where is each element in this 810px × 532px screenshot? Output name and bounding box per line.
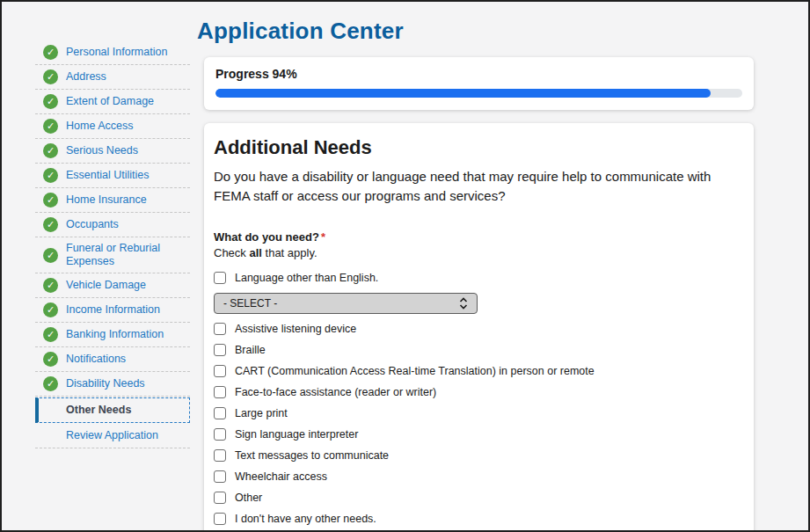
sidebar-item[interactable]: ✓Vehicle Damage [35, 273, 190, 298]
checkbox-row[interactable]: I don't have any other needs. [214, 513, 738, 526]
checkbox-label: Language other than English. [235, 272, 378, 285]
progress-card: Progress 94% [204, 57, 754, 110]
checkbox-label: Other [235, 492, 262, 505]
check-circle-icon: ✓ [43, 327, 58, 342]
sidebar-item-label: Home Access [66, 120, 133, 133]
icon-spacer [43, 403, 58, 418]
additional-needs-card: Additional Needs Do you have a disabilit… [204, 123, 754, 532]
sidebar-nav: ✓Personal Information✓Address✓Extent of … [35, 40, 190, 448]
sidebar-item-label: Address [66, 70, 106, 84]
checkbox-row[interactable]: Other [214, 492, 738, 505]
sidebar-item-label: Banking Information [66, 328, 164, 341]
check-circle-icon: ✓ [43, 302, 58, 317]
sidebar-item[interactable]: ✓Occupants [35, 213, 190, 237]
checkbox[interactable] [214, 449, 226, 462]
sidebar-item[interactable]: ✓Essential Utilities [35, 164, 190, 188]
checkbox[interactable] [214, 386, 226, 398]
checkbox[interactable] [214, 428, 226, 441]
checkbox-row[interactable]: Wheelchair access [214, 470, 738, 484]
checkbox-row[interactable]: Assistive listening device [214, 323, 738, 336]
question-text: What do you need? [214, 230, 319, 244]
check-circle-icon: ✓ [43, 248, 58, 263]
checkbox[interactable] [214, 407, 226, 419]
checkbox-row[interactable]: Large print [214, 407, 738, 420]
language-select[interactable]: - SELECT - [214, 293, 478, 314]
checkbox-label: Sign language interpreter [235, 428, 358, 441]
checkbox-label: Text messages to communicate [235, 449, 389, 463]
checkbox[interactable] [214, 513, 226, 525]
checkbox-row[interactable]: Language other than English. [214, 272, 738, 285]
sidebar-item[interactable]: ✓Serious Needs [35, 139, 190, 164]
sidebar-item-label: Other Needs [66, 404, 131, 417]
sidebar-item-label: Essential Utilities [66, 169, 149, 182]
sidebar-item[interactable]: ✓Notifications [35, 347, 190, 372]
needs-checklist: Language other than English.- SELECT -As… [214, 272, 738, 526]
checkbox-label: CART (Communication Access Real-time Tra… [235, 365, 595, 378]
sidebar-item-label: Serious Needs [66, 144, 138, 157]
sidebar-item-label: Income Information [66, 303, 160, 317]
sidebar-item-label: Funeral or Reburial Expenses [66, 242, 188, 268]
language-select-value: - SELECT - [223, 297, 277, 310]
sidebar-item-label: Vehicle Damage [66, 279, 146, 292]
progress-track [215, 89, 742, 98]
checkbox[interactable] [214, 492, 226, 504]
check-circle-icon: ✓ [43, 376, 58, 391]
checkbox[interactable] [214, 470, 226, 483]
check-circle-icon: ✓ [43, 217, 58, 232]
checkbox-row[interactable]: Sign language interpreter [214, 428, 738, 441]
sidebar-item[interactable]: ✓Address [35, 65, 190, 90]
check-circle-icon: ✓ [43, 352, 58, 367]
required-asterisk: * [321, 230, 325, 244]
sidebar-item-label: Disability Needs [66, 377, 145, 390]
check-circle-icon: ✓ [43, 45, 58, 60]
check-circle-icon: ✓ [43, 278, 58, 293]
steps-sidebar: ✓Personal Information✓Address✓Extent of … [35, 2, 190, 530]
sidebar-item-label: Review Application [66, 429, 158, 442]
check-circle-icon: ✓ [43, 119, 58, 134]
checkbox-row[interactable]: CART (Communication Access Real-time Tra… [214, 365, 738, 378]
checkbox-label: Face-to-face assistance (reader or write… [235, 386, 436, 399]
application-window: ✓Personal Information✓Address✓Extent of … [0, 0, 810, 532]
sidebar-item-label: Extent of Damage [66, 95, 154, 108]
check-circle-icon: ✓ [43, 168, 58, 183]
checkbox-label: Wheelchair access [235, 470, 327, 484]
check-circle-icon: ✓ [43, 69, 58, 84]
sidebar-item[interactable]: ✓Income Information [35, 298, 190, 323]
section-intro: Do you have a disability or language nee… [214, 167, 738, 206]
up-down-chevron-icon [459, 297, 468, 310]
sidebar-item[interactable]: ✓Banking Information [35, 323, 190, 347]
check-circle-icon: ✓ [43, 143, 58, 158]
checkbox[interactable] [214, 344, 226, 356]
sidebar-item-label: Personal Information [66, 46, 167, 59]
checkbox-label: I don't have any other needs. [235, 513, 376, 526]
sidebar-item[interactable]: Other Needs [35, 397, 190, 423]
sidebar-item[interactable]: Review Application [35, 424, 190, 448]
checkbox-label: Large print [235, 407, 288, 420]
sidebar-item[interactable]: ✓Disability Needs [35, 372, 190, 397]
sidebar-item[interactable]: ✓Personal Information [35, 40, 190, 65]
checkbox-label: Braille [235, 344, 266, 357]
checkbox[interactable] [214, 365, 226, 377]
main-column: Application Center Progress 94% Addition… [204, 2, 754, 530]
sidebar-item-label: Occupants [66, 218, 119, 231]
helper-text: Check all that apply. [214, 246, 738, 259]
check-circle-icon: ✓ [43, 193, 58, 208]
checkbox-row[interactable]: Face-to-face assistance (reader or write… [214, 386, 738, 399]
sidebar-item[interactable]: ✓Funeral or Reburial Expenses [35, 237, 190, 273]
checkbox[interactable] [214, 272, 226, 284]
sidebar-item[interactable]: ✓Home Access [35, 114, 190, 139]
sidebar-item-label: Notifications [66, 353, 126, 366]
page-title: Application Center [197, 18, 754, 45]
question-label: What do you need?* [214, 230, 738, 244]
sidebar-item[interactable]: ✓Extent of Damage [35, 90, 190, 114]
checkbox-label: Assistive listening device [235, 323, 356, 336]
sidebar-item-label: Home Insurance [66, 193, 147, 207]
sidebar-item[interactable]: ✓Home Insurance [35, 188, 190, 213]
section-heading: Additional Needs [214, 136, 738, 159]
checkbox-row[interactable]: Braille [214, 344, 738, 357]
progress-label: Progress 94% [215, 67, 742, 81]
checkbox[interactable] [214, 323, 226, 335]
checkbox-row[interactable]: Text messages to communicate [214, 449, 738, 463]
progress-fill [215, 89, 711, 98]
icon-spacer [43, 428, 58, 443]
